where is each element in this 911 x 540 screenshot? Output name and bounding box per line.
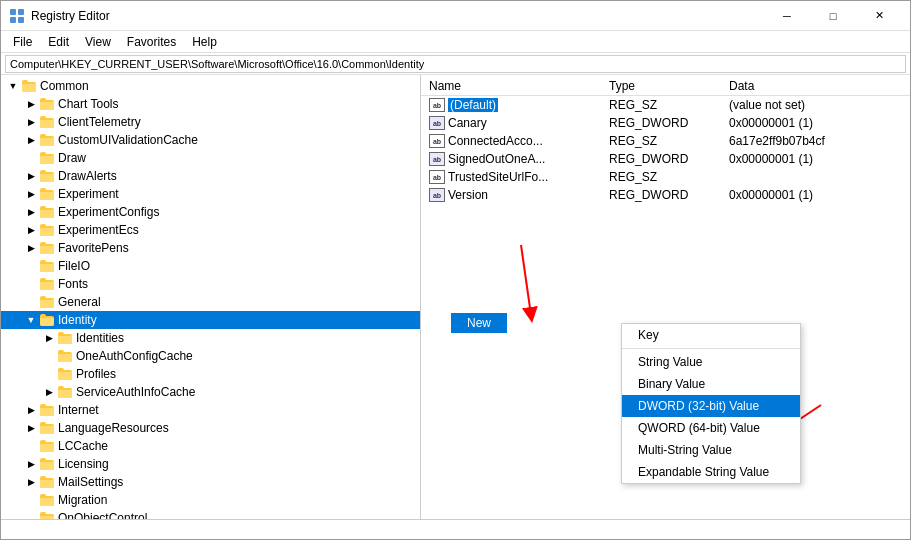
menu-view[interactable]: View [77, 33, 119, 51]
tree-item-drawalerts[interactable]: ▶ DrawAlerts [1, 167, 420, 185]
tree-item-clienttelemetry[interactable]: ▶ ClientTelemetry [1, 113, 420, 131]
expander-languageresources[interactable]: ▶ [23, 420, 39, 436]
tree-item-general[interactable]: ▶ General [1, 293, 420, 311]
row-name-default: ab (Default) [421, 96, 601, 115]
tree-item-common[interactable]: ▼ Common [1, 77, 420, 95]
tree-item-experimentconfigs[interactable]: ▶ ExperimentConfigs [1, 203, 420, 221]
reg-icon-sz-3: ab [429, 170, 445, 184]
expander-onobjectcontrol[interactable]: ▶ [23, 510, 39, 519]
tree-item-languageresources[interactable]: ▶ LanguageResources [1, 419, 420, 437]
tree-label-identity: Identity [58, 313, 97, 327]
menu-edit[interactable]: Edit [40, 33, 77, 51]
expander-licensing[interactable]: ▶ [23, 456, 39, 472]
maximize-button[interactable]: □ [810, 1, 856, 31]
expander-experimentecs[interactable]: ▶ [23, 222, 39, 238]
expander-drawalerts[interactable]: ▶ [23, 168, 39, 184]
menu-file[interactable]: File [5, 33, 40, 51]
tree-item-experiment[interactable]: ▶ Experiment [1, 185, 420, 203]
expander-fileio[interactable]: ▶ [23, 258, 39, 274]
minimize-button[interactable]: ─ [764, 1, 810, 31]
tree-item-fonts[interactable]: ▶ Fonts [1, 275, 420, 293]
tree-item-lccache[interactable]: ▶ LCCache [1, 437, 420, 455]
tree-item-serviceauthinfoache[interactable]: ▶ ServiceAuthInfoCache [1, 383, 420, 401]
svg-rect-1 [18, 9, 24, 15]
context-menu-item-expandable-string[interactable]: Expandable String Value [622, 461, 800, 483]
expander-experimentconfigs[interactable]: ▶ [23, 204, 39, 220]
tree-label-clienttelemetry: ClientTelemetry [58, 115, 141, 129]
status-bar [1, 519, 910, 539]
table-row[interactable]: ab TrustedSiteUrlFo... REG_SZ [421, 168, 910, 186]
tree-label-customui: CustomUIValidationCache [58, 133, 198, 147]
table-row[interactable]: ab (Default) REG_SZ (value not set) [421, 96, 910, 115]
expander-identity[interactable]: ▼ [23, 312, 39, 328]
tree-item-favoritepens[interactable]: ▶ FavoritePens [1, 239, 420, 257]
row-type-default: REG_SZ [601, 96, 721, 115]
folder-icon-migration [39, 492, 55, 508]
expander-oneauthconfigcache[interactable]: ▶ [41, 348, 57, 364]
context-menu-item-key[interactable]: Key [622, 324, 800, 346]
row-data-default: (value not set) [721, 96, 910, 115]
registry-editor-window: Registry Editor ─ □ ✕ File Edit View Fav… [0, 0, 911, 540]
menu-help[interactable]: Help [184, 33, 225, 51]
context-menu-item-qword-value[interactable]: QWORD (64-bit) Value [622, 417, 800, 439]
context-menu-item-binary-value[interactable]: Binary Value [622, 373, 800, 395]
tree-item-licensing[interactable]: ▶ Licensing [1, 455, 420, 473]
table-row[interactable]: ab ConnectedAcco... REG_SZ 6a17e2ff9b07b… [421, 132, 910, 150]
tree-label-serviceauthinfoache: ServiceAuthInfoCache [76, 385, 195, 399]
tree-item-internet[interactable]: ▶ Internet [1, 401, 420, 419]
expander-favoritepens[interactable]: ▶ [23, 240, 39, 256]
expander-identities[interactable]: ▶ [41, 330, 57, 346]
tree-label-onobjectcontrol: OnObjectControl [58, 511, 147, 519]
expander-lccache[interactable]: ▶ [23, 438, 39, 454]
expander-serviceauthinfoache[interactable]: ▶ [41, 384, 57, 400]
context-menu-item-dword-value[interactable]: DWORD (32-bit) Value [622, 395, 800, 417]
tree-item-oneauthconfigcache[interactable]: ▶ OneAuthConfigCache [1, 347, 420, 365]
tree-label-experimentecs: ExperimentEcs [58, 223, 139, 237]
folder-icon-licensing [39, 456, 55, 472]
context-menu-item-multistring-value[interactable]: Multi-String Value [622, 439, 800, 461]
menu-favorites[interactable]: Favorites [119, 33, 184, 51]
expander-draw[interactable]: ▶ [23, 150, 39, 166]
folder-icon-fonts [39, 276, 55, 292]
tree-item-migration[interactable]: ▶ Migration [1, 491, 420, 509]
tree-item-fileio[interactable]: ▶ FileIO [1, 257, 420, 275]
reg-icon-dword-2: ab [429, 152, 445, 166]
table-row[interactable]: ab Canary REG_DWORD 0x00000001 (1) [421, 114, 910, 132]
tree-label-oneauthconfigcache: OneAuthConfigCache [76, 349, 193, 363]
tree-item-mailsettings[interactable]: ▶ MailSettings [1, 473, 420, 491]
folder-icon-common [21, 78, 37, 94]
expander-experiment[interactable]: ▶ [23, 186, 39, 202]
tree-item-onobjectcontrol[interactable]: ▶ OnObjectControl [1, 509, 420, 519]
table-row[interactable]: ab Version REG_DWORD 0x00000001 (1) [421, 186, 910, 204]
expander-mailsettings[interactable]: ▶ [23, 474, 39, 490]
app-icon [9, 8, 25, 24]
folder-icon-profiles [57, 366, 73, 382]
expander-profiles[interactable]: ▶ [41, 366, 57, 382]
expander-customui[interactable]: ▶ [23, 132, 39, 148]
table-row[interactable]: ab SignedOutOneA... REG_DWORD 0x00000001… [421, 150, 910, 168]
folder-icon-languageresources [39, 420, 55, 436]
tree-panel[interactable]: ▼ Common ▶ Chart Tools ▶ ClientTelem [1, 75, 421, 519]
expander-internet[interactable]: ▶ [23, 402, 39, 418]
tree-item-identity[interactable]: ▼ Identity [1, 311, 420, 329]
folder-icon-mailsettings [39, 474, 55, 490]
expander-clienttelemetry[interactable]: ▶ [23, 114, 39, 130]
close-button[interactable]: ✕ [856, 1, 902, 31]
context-menu-item-string-value[interactable]: String Value [622, 351, 800, 373]
address-input[interactable] [5, 55, 906, 73]
tree-item-customui[interactable]: ▶ CustomUIValidationCache [1, 131, 420, 149]
reg-icon-dword: ab [429, 116, 445, 130]
expander-general[interactable]: ▶ [23, 294, 39, 310]
tree-item-profiles[interactable]: ▶ Profiles [1, 365, 420, 383]
expander-migration[interactable]: ▶ [23, 492, 39, 508]
new-button[interactable]: New [451, 313, 507, 333]
folder-icon-clienttelemetry [39, 114, 55, 130]
expander-common[interactable]: ▼ [5, 78, 21, 94]
tree-item-charttools[interactable]: ▶ Chart Tools [1, 95, 420, 113]
tree-item-identities[interactable]: ▶ Identities [1, 329, 420, 347]
tree-item-draw[interactable]: ▶ Draw [1, 149, 420, 167]
tree-item-experimentecs[interactable]: ▶ ExperimentEcs [1, 221, 420, 239]
menu-bar: File Edit View Favorites Help [1, 31, 910, 53]
expander-charttools[interactable]: ▶ [23, 96, 39, 112]
expander-fonts[interactable]: ▶ [23, 276, 39, 292]
